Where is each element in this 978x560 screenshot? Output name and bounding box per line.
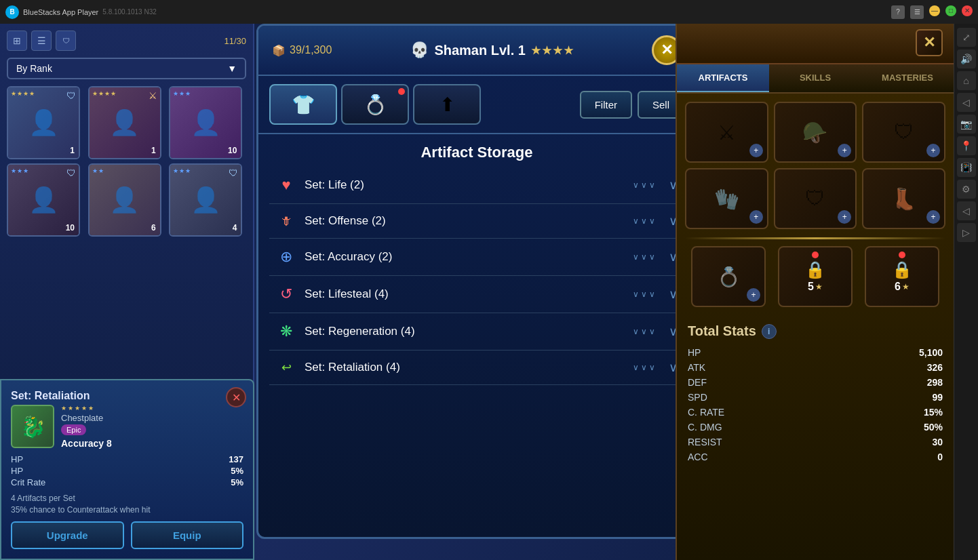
amulet-lock-dot (812, 252, 819, 258)
bs-tool-volume[interactable]: 🔊 (957, 49, 976, 68)
bs-tool-camera[interactable]: 📷 (957, 115, 976, 134)
tab-upgrade[interactable]: ⬆ (413, 84, 481, 125)
set-lifesteal-name: Set: Lifesteal (4) (305, 287, 625, 301)
sidebar-topbar: ⊞ ☰ 🛡 11/30 (7, 31, 246, 51)
sort-label: By Rank (16, 63, 52, 74)
bs-tool-left[interactable]: ◁ (957, 201, 976, 220)
artifact-detail-popup: ✕ Set: Retaliation 🐉 ★ ★ ★ ★ ★ Chestplat… (0, 379, 254, 560)
ring-slot-plus[interactable]: + (747, 288, 760, 302)
set-offense-sort: ∨ ∨ ∨ (633, 216, 655, 226)
grid-view-btn[interactable]: ⊞ (7, 31, 27, 51)
set-row-retaliation[interactable]: ↩ Set: Retaliation (4) ∨ ∨ ∨ ∨ (269, 351, 684, 385)
app-version: 5.8.100.1013 N32 (102, 8, 157, 16)
bs-tool-location[interactable]: 📍 (957, 136, 976, 155)
set-accuracy-icon: ⊕ (276, 248, 296, 266)
artifact-slot-weapon[interactable]: ⚔ + (685, 102, 768, 163)
bs-tool-settings[interactable]: ⚙ (957, 180, 976, 199)
maximize-btn[interactable]: □ (945, 5, 956, 16)
artifact-slot-armor[interactable]: 🛡 + (774, 168, 857, 229)
champion-stars-3: ★ ★ ★ (173, 90, 191, 97)
set-row-lifesteal[interactable]: ↺ Set: Lifesteal (4) ∨ ∨ ∨ ∨ (269, 276, 684, 313)
bs-tool-home[interactable]: ⌂ (957, 71, 976, 90)
bs-tool-shake[interactable]: 📳 (957, 158, 976, 177)
total-stats-info-btn[interactable]: i (762, 324, 777, 339)
champion-stars-1: ★ ★ ★ ★ (11, 90, 35, 97)
filter-icon[interactable]: 🛡 (56, 31, 76, 51)
tab-artifacts[interactable]: ARTIFACTS (677, 64, 769, 92)
minimize-btn[interactable]: — (929, 5, 940, 16)
champion-card-2[interactable]: ★ ★ ★ ★ ⚔ 👤 1 (88, 86, 161, 159)
app-logo: B (5, 5, 19, 19)
champion-card-5[interactable]: ★ ★ 👤 6 (88, 163, 161, 237)
shield-slot-icon: 🛡 (894, 121, 914, 144)
tab-skills[interactable]: SKILLS (769, 64, 861, 92)
artifact-slot-gloves[interactable]: 🧤 + (685, 168, 768, 229)
set-list: ♥ Set: Life (2) ∨ ∨ ∨ ∨ 🗡 Set: Offense (… (258, 167, 695, 385)
filter-button[interactable]: Filter (580, 91, 632, 119)
set-life-name: Set: Life (2) (305, 178, 625, 192)
close-btn[interactable]: ✕ (962, 5, 973, 16)
banner-slot[interactable]: 🔒 6 ★ (865, 246, 939, 307)
shield-slot-plus[interactable]: + (926, 144, 940, 157)
champion-card-4[interactable]: ★ ★ ★ 🛡 👤 10 (7, 163, 80, 237)
champion-card-3[interactable]: ★ ★ ★ 👤 10 (169, 86, 242, 159)
artifact-slot-helmet[interactable]: 🪖 + (774, 102, 857, 163)
sort-dropdown[interactable]: By Rank ▼ (7, 58, 246, 79)
stat-crate: C. RATE 15% (688, 407, 943, 418)
champ-type-sword: ⚔ (149, 90, 157, 101)
weapon-slot-plus[interactable]: + (749, 144, 763, 157)
artifact-type: Chestplate (61, 413, 243, 423)
equip-button[interactable]: Equip (131, 521, 244, 549)
set-lifesteal-sort: ∨ ∨ ∨ (633, 289, 655, 299)
menu-btn[interactable]: ☰ (910, 5, 924, 19)
artifact-slot-shield[interactable]: 🛡 + (862, 102, 945, 163)
artifact-set-name: Set: Retaliation (11, 390, 243, 402)
sidebar-nav-icons: ⊞ ☰ 🛡 (7, 31, 76, 51)
gloves-slot-icon: 🧤 (714, 187, 739, 211)
ring-slot[interactable]: 💍 + (691, 246, 766, 307)
stat-resist: RESIST 30 (688, 437, 943, 447)
artifact-slot-boots[interactable]: 👢 + (862, 168, 945, 229)
champ-type-shield-3: 🛡 (229, 167, 238, 178)
help-btn[interactable]: ? (891, 5, 905, 19)
set-row-accuracy[interactable]: ⊕ Set: Accuracy (2) ∨ ∨ ∨ ∨ (269, 239, 684, 276)
tab-equipment[interactable]: 👕 (269, 84, 337, 125)
upgrade-button[interactable]: Upgrade (11, 521, 124, 549)
set-accuracy-name: Set: Accuracy (2) (305, 250, 625, 264)
set-row-regeneration[interactable]: ❋ Set: Regeneration (4) ∨ ∨ ∨ ∨ (269, 313, 684, 351)
helmet-slot-icon: 🪖 (802, 121, 827, 144)
bs-tool-right[interactable]: ▷ (957, 223, 976, 242)
champion-count-1: 1 (70, 146, 75, 155)
champ-type-shield-2: 🛡 (66, 167, 76, 178)
set-row-life[interactable]: ♥ Set: Life (2) ∨ ∨ ∨ ∨ (269, 167, 684, 204)
tab-masteries[interactable]: MASTERIES (861, 64, 954, 92)
filter-sell-area: Filter Sell (580, 91, 684, 119)
amulet-slot[interactable]: 🔒 5 ★ (778, 246, 853, 307)
stat-cdmg: C. DMG 50% (688, 422, 943, 433)
armor-slot-plus[interactable]: + (838, 210, 851, 224)
boots-slot-plus[interactable]: + (926, 210, 940, 224)
dropdown-chevron: ▼ (227, 63, 237, 74)
champion-card-1[interactable]: ★ ★ ★ ★ 🛡 👤 1 (7, 86, 80, 159)
banner-star: ★ (902, 282, 909, 292)
gloves-slot-plus[interactable]: + (749, 210, 763, 224)
set-accuracy-sort: ∨ ∨ ∨ (633, 252, 655, 262)
total-stats-title: Total Stats (688, 323, 756, 339)
dialog-title: 💀 Shaman Lvl. 1 ★ ★ ★ ★ (410, 41, 573, 59)
tab-ring[interactable]: 💍 (341, 84, 409, 125)
champion-count-5: 6 (151, 223, 156, 233)
bs-tool-fullscreen[interactable]: ⤢ (957, 28, 976, 47)
bs-tool-back[interactable]: ◁ (957, 93, 976, 112)
total-stats-section: Total Stats i HP 5,100 ATK 326 DEF 298 S… (677, 314, 954, 476)
set-regeneration-name: Set: Regeneration (4) (305, 325, 625, 338)
set-row-offense[interactable]: 🗡 Set: Offense (2) ∨ ∨ ∨ ∨ (269, 204, 684, 239)
artifact-tab-bar: 👕 💍 ⬆ Filter Sell (258, 76, 695, 134)
stat-def: DEF 298 (688, 377, 943, 388)
champion-card-6[interactable]: ★ ★ ★ 🛡 👤 4 (169, 163, 242, 237)
set-retaliation-name: Set: Retaliation (4) (305, 361, 625, 374)
weapon-slot-icon: ⚔ (718, 121, 736, 144)
champion-avatar-5: 👤 (90, 165, 160, 235)
helmet-slot-plus[interactable]: + (838, 144, 851, 157)
right-panel-close[interactable]: ✕ (916, 29, 943, 56)
list-view-btn[interactable]: ☰ (31, 31, 52, 51)
